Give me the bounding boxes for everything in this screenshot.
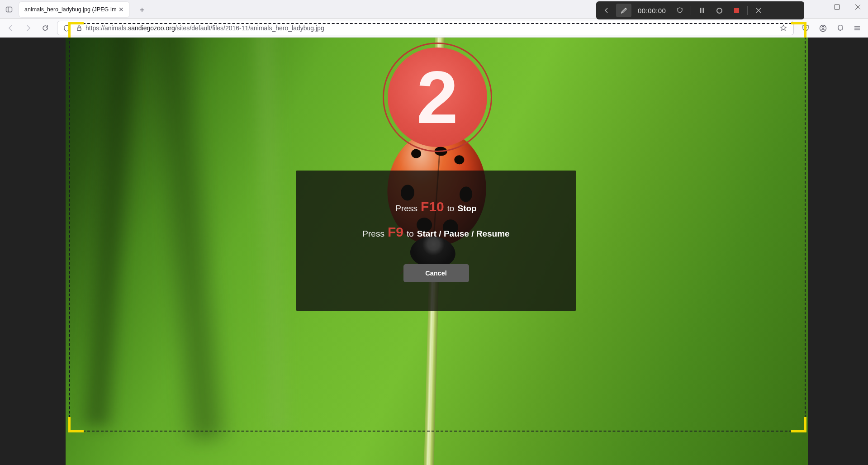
bookmark-star-button[interactable] [776, 24, 791, 32]
svg-rect-6 [77, 28, 81, 31]
window-maximize[interactable] [826, 0, 847, 14]
recorder-back-button[interactable] [599, 4, 614, 17]
maximize-icon [835, 5, 840, 9]
pause-icon [699, 7, 705, 14]
recorder-toolbar[interactable]: 00:00:00 [596, 1, 804, 19]
account-button[interactable] [815, 21, 831, 35]
site-security-icon[interactable] [73, 25, 85, 31]
recorder-timer: 00:00:00 [633, 7, 670, 14]
recording-countdown: 2 [383, 43, 492, 152]
recorder-pause-button[interactable] [694, 4, 710, 17]
recording-hotkey-panel: Press F10 to Stop Press F9 to Start / Pa… [296, 171, 576, 311]
reload-icon [42, 24, 49, 32]
nav-back-button[interactable] [3, 21, 19, 35]
bg-decor [76, 38, 146, 427]
recorder-close-button[interactable] [751, 4, 766, 17]
svg-rect-12 [700, 8, 702, 13]
svg-rect-13 [703, 8, 705, 13]
toolbar-separator [747, 6, 748, 15]
browser-panel-toggle[interactable] [0, 0, 18, 19]
puzzle-icon [836, 24, 844, 32]
pocket-icon [802, 24, 809, 32]
window-controls [806, 0, 868, 19]
url-bar[interactable]: https://animals.sandiegozoo.org/sites/de… [57, 21, 794, 35]
window-minimize[interactable] [806, 0, 826, 14]
arrow-right-icon [24, 24, 32, 32]
svg-rect-3 [835, 5, 839, 9]
shield-outline-icon [677, 7, 683, 14]
hk-action-label: Start / Pause / Resume [417, 229, 510, 239]
panel-icon [5, 6, 13, 13]
hk-press-label: Press [395, 204, 417, 214]
svg-point-8 [822, 26, 824, 28]
close-icon [756, 8, 761, 13]
hk-action-label: Stop [457, 204, 476, 214]
hotkey-startpause-line: Press F9 to Start / Pause / Resume [362, 224, 509, 240]
toolbar-separator [691, 6, 691, 15]
svg-rect-0 [6, 7, 12, 12]
countdown-number: 2 [388, 47, 487, 147]
stop-icon [734, 8, 739, 13]
hotkey-stop-line: Press F10 to Stop [395, 199, 476, 214]
nav-reload-button[interactable] [37, 21, 53, 35]
star-icon [780, 24, 787, 32]
bg-decor [248, 38, 294, 432]
pencil-icon [621, 7, 627, 14]
tab-title: animals_hero_ladybug.jpg (JPEG Im [24, 6, 117, 13]
recorder-annotate-button[interactable] [616, 4, 631, 17]
account-icon [819, 24, 827, 32]
hk-key-label: F9 [388, 224, 403, 240]
hk-to-label: to [407, 229, 414, 239]
browser-nav-toolbar: https://animals.sandiegozoo.org/sites/de… [0, 19, 868, 38]
record-icon [716, 8, 722, 14]
extensions-button[interactable] [832, 21, 848, 35]
recorder-record-button[interactable] [711, 4, 727, 17]
tracking-protection-icon[interactable] [60, 25, 73, 32]
hk-to-label: to [447, 204, 455, 214]
cancel-button[interactable]: Cancel [403, 264, 469, 282]
hamburger-icon [854, 24, 861, 32]
browser-tab[interactable]: animals_hero_ladybug.jpg (JPEG Im ✕ [19, 2, 129, 17]
chevron-left-icon [603, 7, 610, 14]
arrow-left-icon [7, 24, 14, 32]
new-tab-button[interactable]: ＋ [134, 1, 150, 18]
save-to-pocket-button[interactable] [797, 21, 814, 35]
hk-press-label: Press [362, 229, 384, 239]
close-icon [855, 5, 860, 9]
nav-forward-button[interactable] [20, 21, 36, 35]
app-menu-button[interactable] [849, 21, 865, 35]
minimize-icon [814, 5, 819, 9]
url-text: https://animals.sandiegozoo.org/sites/de… [85, 24, 776, 32]
shield-icon [63, 25, 70, 32]
recorder-stop-button[interactable] [729, 4, 744, 17]
window-close[interactable] [847, 0, 868, 14]
bg-decor [142, 38, 233, 441]
recorder-shield-button[interactable] [672, 4, 688, 17]
hk-key-label: F10 [421, 199, 444, 214]
tab-close-button[interactable]: ✕ [117, 5, 126, 14]
lock-icon [76, 25, 82, 31]
